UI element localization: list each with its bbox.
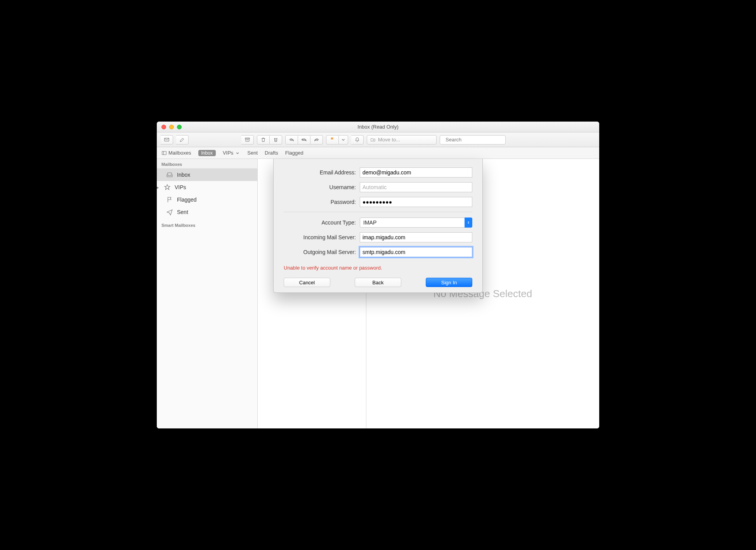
flag-menu-button[interactable] (339, 135, 348, 144)
forward-button[interactable] (310, 135, 323, 144)
svg-rect-1 (162, 151, 166, 154)
label-username: Username: (284, 184, 356, 190)
account-type-select[interactable]: IMAP (360, 218, 472, 228)
divider (284, 212, 472, 212)
window-close-button[interactable] (161, 125, 166, 129)
reply-all-icon (301, 137, 307, 143)
move-to-placeholder: Move to... (378, 137, 400, 143)
sidebar: Mailboxes Inbox ▶ VIPs Flagged Sent Smar… (157, 159, 258, 428)
trash-icon (260, 137, 266, 143)
forward-icon (314, 137, 319, 143)
reply-button[interactable] (285, 135, 298, 144)
incoming-server-input[interactable] (360, 232, 472, 242)
sidebar-toggle-icon (161, 150, 167, 156)
move-to-icon (370, 137, 376, 143)
label-account-type: Account Type: (284, 219, 356, 226)
window-minimize-button[interactable] (169, 125, 174, 129)
chevron-down-icon (340, 137, 346, 143)
fav-flagged[interactable]: Flagged (285, 150, 303, 156)
mail-window: Inbox (Read Only) (157, 122, 599, 428)
sidebar-section-smart: Smart Mailboxes (157, 218, 257, 229)
compose-icon (179, 137, 185, 143)
error-text: Unable to verify account name or passwor… (274, 264, 482, 275)
sidebar-item-inbox[interactable]: Inbox (157, 169, 257, 181)
outgoing-server-input[interactable] (360, 247, 472, 257)
reply-all-button[interactable] (298, 135, 310, 144)
signin-button[interactable]: Sign In (426, 278, 472, 287)
fav-mailboxes[interactable]: Mailboxes (161, 150, 191, 156)
label-password: Password: (284, 199, 356, 205)
junk-icon (273, 137, 279, 143)
inbox-icon (166, 171, 173, 178)
flag-icon (329, 137, 335, 143)
window-title: Inbox (Read Only) (157, 124, 599, 130)
reply-icon (289, 137, 295, 143)
favorites-bar: Mailboxes Inbox VIPs Sent Drafts Flagged (157, 147, 599, 159)
bell-icon (354, 137, 360, 143)
compose-button[interactable] (176, 135, 189, 144)
titlebar: Inbox (Read Only) (157, 122, 599, 132)
fav-vips-label: VIPs (223, 150, 233, 156)
chevron-down-icon (235, 150, 240, 156)
flag-button[interactable] (326, 135, 339, 144)
toolbar: Move to... (157, 132, 599, 147)
junk-button[interactable] (270, 135, 282, 144)
get-mail-button[interactable] (161, 135, 173, 144)
envelope-icon (164, 137, 170, 143)
mute-button[interactable] (351, 135, 364, 144)
email-input[interactable] (360, 167, 472, 178)
search-input[interactable] (445, 136, 512, 143)
sidebar-item-label: Flagged (177, 197, 197, 203)
sidebar-section-mailboxes: Mailboxes (157, 159, 257, 169)
cancel-button[interactable]: Cancel (284, 278, 330, 287)
flag-icon (166, 196, 173, 203)
fav-sent[interactable]: Sent (247, 150, 258, 156)
fav-mailboxes-label: Mailboxes (168, 150, 191, 156)
sidebar-item-label: Sent (177, 209, 188, 215)
delete-button[interactable] (257, 135, 270, 144)
label-incoming: Incoming Mail Server: (284, 234, 356, 240)
label-email: Email Address: (284, 169, 356, 176)
username-input[interactable] (360, 182, 472, 192)
disclosure-triangle-icon[interactable]: ▶ (157, 185, 160, 190)
star-icon (164, 184, 171, 191)
account-setup-sheet: Email Address: Username: Password: Accou… (273, 159, 483, 293)
move-to-field[interactable]: Move to... (367, 135, 437, 144)
sidebar-item-sent[interactable]: Sent (157, 206, 257, 218)
fav-vips[interactable]: VIPs (223, 150, 240, 156)
back-button[interactable]: Back (355, 278, 401, 287)
label-outgoing: Outgoing Mail Server: (284, 249, 356, 255)
window-zoom-button[interactable] (177, 125, 182, 129)
paperplane-icon (166, 209, 173, 216)
sidebar-item-label: VIPs (175, 184, 186, 190)
search-field[interactable] (440, 135, 506, 144)
select-arrows-icon (465, 218, 472, 228)
password-input[interactable] (360, 197, 472, 207)
account-type-value: IMAP (363, 219, 376, 226)
fav-inbox[interactable]: Inbox (198, 150, 216, 156)
sidebar-item-label: Inbox (177, 172, 190, 178)
sidebar-item-flagged[interactable]: Flagged (157, 193, 257, 206)
traffic-lights (157, 125, 182, 129)
archive-icon (244, 137, 250, 143)
sidebar-item-vips[interactable]: ▶ VIPs (157, 181, 257, 193)
fav-drafts[interactable]: Drafts (265, 150, 278, 156)
archive-button[interactable] (241, 135, 254, 144)
